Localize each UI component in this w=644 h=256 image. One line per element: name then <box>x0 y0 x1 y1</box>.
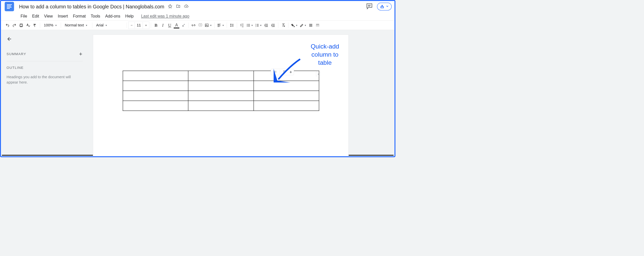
separator <box>214 22 215 28</box>
share-button[interactable] <box>377 3 392 10</box>
sort-icon[interactable] <box>283 70 287 74</box>
menu-tools[interactable]: Tools <box>91 14 100 19</box>
star-icon[interactable] <box>168 4 172 9</box>
insert-image-button[interactable]: ▼ <box>204 22 213 29</box>
separator <box>151 22 151 28</box>
underline-button[interactable]: U <box>166 22 173 29</box>
menu-format[interactable]: Format <box>73 14 86 19</box>
drag-handle-icon[interactable] <box>273 70 277 74</box>
add-summary-button[interactable]: + <box>79 51 83 57</box>
menu-view[interactable]: View <box>44 14 53 19</box>
menu-help[interactable]: Help <box>125 14 134 19</box>
document-page[interactable]: + ▾ Quick-add column to table <box>93 35 349 156</box>
menu-edit[interactable]: Edit <box>32 14 39 19</box>
svg-point-14 <box>275 72 275 73</box>
annotation-label: Quick-add column to table <box>311 42 339 67</box>
decrease-indent-button[interactable] <box>263 22 270 29</box>
svg-point-12 <box>276 71 276 72</box>
svg-point-13 <box>273 72 274 73</box>
paint-format-button[interactable] <box>31 22 38 29</box>
fill-color-button[interactable]: ▼ <box>290 22 299 29</box>
align-button[interactable]: ▼ <box>216 22 225 29</box>
redo-button[interactable] <box>11 22 18 29</box>
separator <box>92 22 92 28</box>
line-spacing-button[interactable] <box>228 22 235 29</box>
caret-down-icon: ▼ <box>55 24 57 26</box>
add-comment-button[interactable] <box>197 22 204 29</box>
separator <box>280 70 280 74</box>
separator <box>278 22 278 28</box>
separator <box>188 22 189 28</box>
italic-button[interactable]: I <box>159 22 166 29</box>
zoom-select[interactable]: 100% ▼ <box>42 22 59 29</box>
caret-down-icon: ▼ <box>210 24 212 26</box>
bold-button[interactable]: B <box>153 22 159 29</box>
font-size-input[interactable] <box>135 22 143 28</box>
table-row[interactable] <box>123 81 319 91</box>
svg-rect-2 <box>205 24 208 27</box>
font-size-increase-button[interactable]: + <box>143 22 149 29</box>
caret-down-icon: ▼ <box>304 24 307 26</box>
caret-down-icon: ▼ <box>105 24 107 26</box>
outline-empty-hint: Headings you add to the document will ap… <box>7 74 83 85</box>
separator <box>7 61 83 61</box>
caret-down-icon: ▼ <box>296 24 298 26</box>
separator <box>61 22 61 28</box>
font-family-select[interactable]: Arial ▼ <box>94 22 125 29</box>
table-row[interactable] <box>123 101 319 111</box>
undo-button[interactable] <box>4 22 11 29</box>
bulleted-list-button[interactable]: ▼ <box>245 22 254 29</box>
separator <box>227 22 227 28</box>
table-options-button[interactable]: ▾ <box>316 72 320 76</box>
increase-indent-button[interactable] <box>270 22 277 29</box>
print-button[interactable] <box>18 22 25 29</box>
paragraph-style-value: Normal text <box>65 23 84 27</box>
border-color-button[interactable]: ▼ <box>299 22 307 29</box>
separator <box>288 22 288 28</box>
caret-down-icon: ▼ <box>251 24 253 26</box>
spellcheck-button[interactable] <box>25 22 31 29</box>
separator <box>127 22 127 28</box>
caret-down-icon: ▼ <box>260 24 262 26</box>
caret-down-icon: ▼ <box>222 24 224 26</box>
summary-label: SUMMARY <box>7 52 26 56</box>
checklist-button[interactable] <box>238 22 245 29</box>
border-width-button[interactable] <box>307 22 314 29</box>
paragraph-style-select[interactable]: Normal text ▼ <box>62 22 91 29</box>
table-row[interactable] <box>123 91 319 101</box>
svg-point-4 <box>247 24 248 25</box>
svg-point-15 <box>276 72 276 73</box>
document-table[interactable] <box>123 71 319 111</box>
text-color-button[interactable]: A <box>173 22 180 29</box>
menu-file[interactable]: File <box>21 14 27 19</box>
font-size-decrease-button[interactable]: − <box>128 22 135 29</box>
comments-icon[interactable] <box>366 3 373 10</box>
last-edit-link[interactable]: Last edit was 1 minute ago <box>141 14 189 19</box>
svg-text:3: 3 <box>255 26 256 27</box>
add-column-button[interactable]: + <box>289 70 292 74</box>
svg-point-6 <box>247 26 248 27</box>
table-floating-toolbar[interactable]: + <box>271 69 294 75</box>
cloud-saved-icon[interactable] <box>184 4 188 9</box>
numbered-list-button[interactable]: 123▼ <box>254 22 263 29</box>
separator <box>237 22 237 28</box>
docs-logo[interactable] <box>5 2 14 11</box>
caret-down-icon: ▼ <box>85 24 88 26</box>
zoom-value: 100% <box>44 23 54 27</box>
separator <box>40 22 40 28</box>
outline-collapse-button[interactable] <box>7 37 83 42</box>
highlight-color-button[interactable] <box>180 22 187 29</box>
document-title[interactable]: How to add a column to tables in Google … <box>19 4 164 9</box>
menu-insert[interactable]: Insert <box>58 14 68 19</box>
svg-point-11 <box>275 71 275 72</box>
font-family-value: Arial <box>96 23 103 27</box>
svg-point-10 <box>273 71 274 72</box>
svg-point-5 <box>247 25 248 26</box>
move-icon[interactable] <box>176 4 181 9</box>
outline-label: OUTLINE <box>7 66 83 70</box>
outline-pane: SUMMARY + OUTLINE Headings you add to th… <box>1 30 88 156</box>
clear-formatting-button[interactable] <box>280 22 287 29</box>
insert-link-button[interactable] <box>190 22 197 29</box>
border-dash-button[interactable] <box>314 22 321 29</box>
menu-addons[interactable]: Add-ons <box>105 14 120 19</box>
